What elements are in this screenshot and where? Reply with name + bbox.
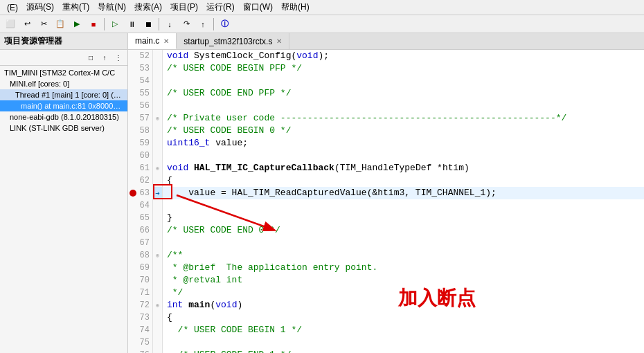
toolbar-btn-1[interactable]: ⬜	[3, 17, 18, 32]
tab-startup[interactable]: startup_stm32f103rctx.s ✕	[177, 33, 289, 49]
line-marker-62	[153, 174, 163, 187]
breakpoint-63[interactable]	[129, 190, 136, 197]
toolbar-btn-3[interactable]: ✂	[36, 17, 51, 32]
line-number-58: 58	[140, 126, 150, 136]
line-gutter-58[interactable]: 58	[128, 125, 153, 137]
line-content-68: /**	[163, 249, 644, 262]
line-gutter-65[interactable]: 65	[128, 212, 153, 224]
toolbar-btn-stop[interactable]: ■	[86, 17, 101, 32]
menu-item-window[interactable]: 窗口(W)	[239, 0, 277, 15]
sidebar-item-1[interactable]: MINI.elf [cores: 0]	[0, 78, 127, 89]
line-number-61: 61	[140, 163, 150, 173]
line-gutter-75[interactable]: 75	[128, 336, 153, 349]
line-marker-70	[153, 274, 163, 287]
line-gutter-57[interactable]: 57	[128, 112, 153, 125]
toolbar-btn-step-into[interactable]: ↓	[162, 17, 177, 32]
line-gutter-60[interactable]: 60	[128, 150, 153, 162]
line-gutter-66[interactable]: 66	[128, 224, 153, 237]
line-marker-64	[153, 199, 163, 212]
line-content-62: {	[163, 174, 644, 187]
line-marker-71	[153, 287, 163, 299]
line-number-60: 60	[140, 151, 150, 161]
line-gutter-54[interactable]: 54	[128, 75, 153, 87]
line-number-65: 65	[140, 213, 150, 223]
line-marker-68: ⊕	[153, 249, 163, 262]
sidebar-item-3[interactable]: main() at main.c:81 0x800030c	[0, 100, 127, 111]
line-gutter-74[interactable]: 74	[128, 324, 153, 336]
line-content-69: * @brief The application entry point.	[163, 262, 644, 274]
line-gutter-67[interactable]: 67	[128, 237, 153, 249]
toolbar-btn-2[interactable]: ↩	[19, 17, 35, 32]
code-line-72: 72⊕int main(void)	[128, 299, 644, 311]
sidebar-toolbar: □ ↑ ⋮	[0, 50, 127, 66]
line-number-57: 57	[140, 114, 150, 123]
line-number-63: 63	[140, 188, 150, 198]
line-marker-74	[153, 324, 163, 336]
line-marker-75	[153, 336, 163, 349]
line-gutter-55[interactable]: 55	[128, 87, 153, 100]
line-gutter-61[interactable]: 61	[128, 162, 153, 174]
code-line-75: 75	[128, 336, 644, 349]
menu-item-e[interactable]: (E)	[3, 1, 22, 14]
toolbar-btn-4[interactable]: 📋	[53, 17, 68, 32]
sidebar-menu-btn[interactable]: ⋮	[112, 51, 125, 64]
line-number-55: 55	[140, 89, 150, 98]
code-line-56: 56	[128, 100, 644, 112]
menu-item-run[interactable]: 运行(R)	[202, 0, 239, 15]
toolbar-sep-2	[159, 18, 159, 30]
line-gutter-76[interactable]: 76	[128, 349, 153, 353]
line-gutter-59[interactable]: 59	[128, 137, 153, 150]
line-gutter-68[interactable]: 68	[128, 249, 153, 262]
line-gutter-73[interactable]: 73	[128, 311, 153, 324]
line-content-52: void SystemClock_Config(void);	[163, 50, 644, 62]
menu-item-nav[interactable]: 导航(N)	[93, 0, 130, 15]
line-gutter-72[interactable]: 72	[128, 299, 153, 311]
main-layout: 项目资源管理器 □ ↑ ⋮ TIM_MINI [STM32 Cortex-M C…	[0, 33, 644, 353]
line-gutter-56[interactable]: 56	[128, 100, 153, 112]
code-line-55: 55/* USER CODE END PFP */	[128, 87, 644, 100]
menu-item-help[interactable]: 帮助(H)	[277, 0, 314, 15]
line-number-72: 72	[140, 300, 150, 310]
line-content-58: /* USER CODE BEGIN 0 */	[163, 125, 644, 137]
sidebar-item-5[interactable]: LINK (ST-LINK GDB server)	[0, 123, 127, 134]
sidebar-item-2[interactable]: Thread #1 [main] 1 [core: 0] (Susp	[0, 89, 127, 100]
tab-label-startup: startup_stm32f103rctx.s	[184, 37, 272, 46]
line-marker-61: ⊕	[153, 162, 163, 174]
tab-close-main-c[interactable]: ✕	[163, 37, 169, 45]
code-editor[interactable]: 52void SystemClock_Config(void);53/* USE…	[128, 50, 644, 353]
sidebar-collapse-btn[interactable]: □	[84, 51, 97, 64]
line-gutter-52[interactable]: 52	[128, 50, 153, 62]
menu-item-search[interactable]: 搜索(A)	[130, 0, 166, 15]
toolbar-btn-debug[interactable]: ▷	[107, 17, 123, 32]
tab-main-c[interactable]: main.c ✕	[128, 33, 177, 49]
line-gutter-53[interactable]: 53	[128, 62, 153, 75]
line-marker-67	[153, 237, 163, 249]
sidebar-item-4[interactable]: none-eabi-gdb (8.1.0.20180315)	[0, 111, 127, 123]
toolbar-btn-run[interactable]: ▶	[69, 17, 84, 32]
toolbar-btn-step-ret[interactable]: ↑	[195, 17, 211, 32]
line-gutter-70[interactable]: 70	[128, 274, 153, 287]
sidebar-expand-btn[interactable]: ↑	[98, 51, 111, 64]
line-gutter-63[interactable]: 63	[128, 187, 153, 199]
line-gutter-71[interactable]: 71	[128, 287, 153, 299]
toolbar-sep-3	[213, 18, 214, 30]
line-marker-52	[153, 50, 163, 62]
line-content-72: int main(void)	[163, 299, 644, 311]
menu-item-source[interactable]: 源码(S)	[22, 0, 58, 15]
line-content-65: }	[163, 212, 644, 224]
toolbar-btn-5[interactable]: ⏸	[124, 17, 139, 32]
menu-item-refactor[interactable]: 重构(T)	[58, 0, 93, 15]
line-content-60	[163, 150, 644, 162]
line-gutter-69[interactable]: 69	[128, 262, 153, 274]
menu-item-project[interactable]: 项目(P)	[166, 0, 202, 15]
tab-close-startup[interactable]: ✕	[276, 37, 282, 45]
tab-label-main-c: main.c	[135, 36, 159, 46]
line-gutter-64[interactable]: 64	[128, 199, 153, 212]
code-lines: 52void SystemClock_Config(void);53/* USE…	[128, 50, 644, 353]
line-number-73: 73	[140, 313, 150, 323]
sidebar-item-0[interactable]: TIM_MINI [STM32 Cortex-M C/C	[0, 67, 127, 78]
toolbar-btn-step-over[interactable]: ↷	[179, 17, 194, 32]
line-gutter-62[interactable]: 62	[128, 174, 153, 187]
toolbar-btn-info[interactable]: ⓘ	[217, 17, 232, 32]
toolbar-btn-6[interactable]: ⏹	[141, 17, 156, 32]
